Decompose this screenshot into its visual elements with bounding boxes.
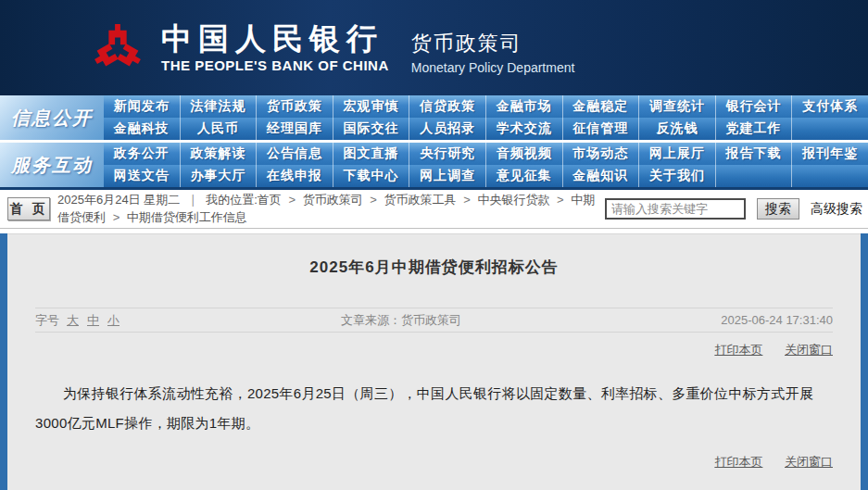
nav-item-live-broadcast[interactable]: 图文直播 bbox=[333, 143, 410, 165]
home-button[interactable]: 首 页 bbox=[7, 197, 50, 220]
content-top-rule bbox=[7, 233, 861, 234]
source-label: 文章来源： bbox=[341, 313, 401, 327]
nav-item-online-filing[interactable]: 在线申报 bbox=[257, 165, 333, 187]
article-body: 为保持银行体系流动性充裕，2025年6月25日（周三），中国人民银行将以固定数量… bbox=[35, 379, 833, 439]
nav-item-market-dynamics[interactable]: 市场动态 bbox=[563, 143, 640, 165]
print-page-link[interactable]: 打印本页 bbox=[714, 343, 762, 357]
pboc-logo-icon bbox=[91, 21, 145, 75]
nav-item-credit-reference[interactable]: 征信管理 bbox=[563, 118, 640, 140]
nav-item-renminbi[interactable]: 人民币 bbox=[181, 118, 258, 140]
article-container: 2025年6月中期借贷便利招标公告 字号 大 中 小 文章来源：货币政策司 20… bbox=[0, 233, 868, 490]
breadcrumb-divider: ｜ bbox=[187, 193, 199, 207]
breadcrumb-item-home[interactable]: 首页 bbox=[258, 193, 282, 207]
nav-item-anti-money-laundering[interactable]: 反洗钱 bbox=[639, 118, 716, 140]
nav-item-recruitment[interactable]: 人员招录 bbox=[409, 118, 486, 140]
nav-item-download-center[interactable]: 下载中心 bbox=[333, 165, 410, 187]
current-date: 2025年6月24日 星期二 bbox=[57, 193, 180, 207]
nav-item-announcements[interactable]: 公告信息 bbox=[257, 143, 333, 165]
nav-item-report-download[interactable]: 报告下载 bbox=[716, 143, 793, 165]
article-actions-top: 打印本页 关闭窗口 bbox=[35, 342, 833, 358]
nav-item-central-bank-research[interactable]: 央行研究 bbox=[409, 143, 486, 165]
department-name-english: Monetary Policy Department bbox=[411, 60, 575, 75]
pboc-page: 中国人民银行 THE PEOPLE'S BANK OF CHINA 货币政策司 … bbox=[0, 0, 868, 490]
breadcrumb-bar: 首 页 2025年6月24日 星期二 ｜ 我的位置:首页 > 货币政策司 > 货… bbox=[0, 190, 868, 229]
nav-item-survey-statistics[interactable]: 调查统计 bbox=[639, 95, 716, 118]
search-input[interactable] bbox=[605, 198, 746, 220]
nav-item-empty bbox=[792, 165, 868, 187]
bank-brand: 中国人民银行 THE PEOPLE'S BANK OF CHINA bbox=[161, 22, 389, 73]
breadcrumb-separator: > bbox=[288, 193, 296, 207]
nav-item-about-us[interactable]: 关于我们 bbox=[639, 165, 716, 187]
nav-item-academic-exchange[interactable]: 学术交流 bbox=[486, 118, 563, 140]
article-title: 2025年6月中期借贷便利招标公告 bbox=[35, 257, 833, 278]
nav-item-fintech[interactable]: 金融科技 bbox=[104, 118, 181, 140]
bank-name-chinese: 中国人民银行 bbox=[161, 22, 389, 56]
department-name-chinese: 货币政策司 bbox=[411, 30, 575, 57]
breadcrumb-item-tools[interactable]: 货币政策工具 bbox=[384, 193, 457, 207]
nav-item-news[interactable]: 新闻发布 bbox=[104, 95, 181, 118]
nav-item-solicit-opinions[interactable]: 意见征集 bbox=[486, 165, 563, 187]
nav-section-service-interaction: 服务互动 政务公开 政策解读 公告信息 图文直播 央行研究 音频视频 市场动态 … bbox=[0, 143, 868, 187]
breadcrumb-separator: > bbox=[463, 193, 471, 207]
nav-item-financial-knowledge[interactable]: 金融知识 bbox=[563, 165, 640, 187]
nav-item-empty bbox=[716, 165, 793, 187]
nav-item-monetary-policy[interactable]: 货币政策 bbox=[257, 95, 333, 118]
nav-section-info-disclosure: 信息公开 新闻发布 法律法规 货币政策 宏观审慎 信贷政策 金融市场 金融稳定 … bbox=[0, 95, 868, 140]
nav-item-online-survey[interactable]: 网上调查 bbox=[409, 165, 486, 187]
font-size-label: 字号 bbox=[35, 312, 59, 329]
nav-item-credit-policy[interactable]: 信贷政策 bbox=[409, 95, 486, 118]
search-button[interactable]: 搜索 bbox=[757, 198, 799, 220]
breadcrumb-separator: > bbox=[557, 193, 564, 207]
nav-item-web-documents[interactable]: 网送文告 bbox=[104, 165, 181, 187]
print-page-link[interactable]: 打印本页 bbox=[714, 455, 762, 469]
font-size-small-link[interactable]: 小 bbox=[107, 312, 120, 329]
nav-item-policy-interpretation[interactable]: 政策解读 bbox=[181, 143, 258, 165]
nav-item-treasury[interactable]: 经理国库 bbox=[257, 118, 333, 140]
close-window-link[interactable]: 关闭窗口 bbox=[785, 455, 833, 469]
department-title: 货币政策司 Monetary Policy Department bbox=[411, 20, 575, 75]
nav-item-financial-stability[interactable]: 金融稳定 bbox=[563, 95, 640, 118]
nav-item-gov-disclosure[interactable]: 政务公开 bbox=[104, 143, 181, 165]
nav-item-financial-market[interactable]: 金融市场 bbox=[486, 95, 563, 118]
site-header: 中国人民银行 THE PEOPLE'S BANK OF CHINA 货币政策司 … bbox=[0, 0, 868, 95]
article-meta-bar: 字号 大 中 小 文章来源：货币政策司 2025-06-24 17:31:40 bbox=[35, 308, 833, 333]
publish-timestamp: 2025-06-24 17:31:40 bbox=[721, 313, 833, 327]
nav-item-service-hall[interactable]: 办事大厅 bbox=[181, 165, 258, 187]
nav-item-international[interactable]: 国际交往 bbox=[333, 118, 410, 140]
bank-name-english: THE PEOPLE'S BANK OF CHINA bbox=[161, 57, 389, 73]
nav-item-laws[interactable]: 法律法规 bbox=[181, 95, 258, 118]
advanced-search-link[interactable]: 高级搜索 bbox=[811, 201, 862, 218]
close-window-link[interactable]: 关闭窗口 bbox=[785, 343, 833, 357]
breadcrumb-separator: > bbox=[113, 210, 120, 224]
nav-item-audio-video[interactable]: 音频视频 bbox=[486, 143, 563, 165]
nav-item-bank-accounting[interactable]: 银行会计 bbox=[716, 95, 793, 118]
nav-item-party-building[interactable]: 党建工作 bbox=[716, 118, 793, 140]
nav-item-periodicals[interactable]: 报刊年鉴 bbox=[792, 143, 868, 165]
nav-item-payment-system[interactable]: 支付体系 bbox=[792, 95, 868, 118]
nav-item-empty bbox=[792, 118, 868, 140]
font-size-large-link[interactable]: 大 bbox=[67, 312, 79, 329]
breadcrumb-item-mlf-info[interactable]: 中期借贷便利工作信息 bbox=[127, 210, 247, 224]
breadcrumb-item-dept[interactable]: 货币政策司 bbox=[303, 193, 363, 207]
search-group: 搜索 高级搜索 bbox=[605, 198, 862, 220]
nav-item-macroprudential[interactable]: 宏观审慎 bbox=[333, 95, 410, 118]
source-value: 货币政策司 bbox=[401, 313, 461, 327]
breadcrumb-separator: > bbox=[370, 193, 377, 207]
nav-section-label-service-interaction: 服务互动 bbox=[0, 143, 104, 187]
nav-item-online-gallery[interactable]: 网上展厅 bbox=[639, 143, 716, 165]
main-navigation: 信息公开 新闻发布 法律法规 货币政策 宏观审慎 信贷政策 金融市场 金融稳定 … bbox=[0, 95, 868, 190]
location-label: 我的位置: bbox=[206, 193, 258, 207]
article-actions-bottom: 打印本页 关闭窗口 bbox=[35, 454, 833, 471]
nav-section-label-info-disclosure: 信息公开 bbox=[0, 95, 104, 140]
font-size-medium-link[interactable]: 中 bbox=[87, 312, 99, 329]
breadcrumb: 2025年6月24日 星期二 ｜ 我的位置:首页 > 货币政策司 > 货币政策工… bbox=[57, 192, 605, 227]
breadcrumb-item-central-bank-loans[interactable]: 中央银行贷款 bbox=[477, 193, 549, 207]
